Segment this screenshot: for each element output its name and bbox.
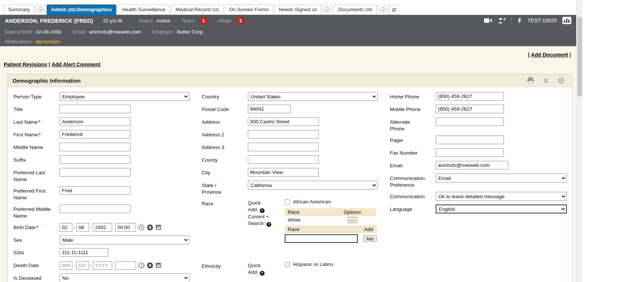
language-select[interactable]: English	[436, 205, 567, 213]
field-ethnicity: Ethnicity Quick Add: ? Hispanic or Latin…	[202, 262, 390, 276]
death-month-input[interactable]	[60, 261, 72, 270]
tab-health-surveillance[interactable]: Health Surveillance	[117, 4, 170, 15]
birth-year-input[interactable]	[93, 223, 112, 232]
email-input[interactable]	[436, 161, 508, 169]
current-search-label: Current + Search:	[248, 214, 269, 226]
help-icon[interactable]: ?	[260, 271, 265, 276]
preferred-first-name-input[interactable]	[60, 186, 130, 195]
tab-summary[interactable]: Summary	[4, 4, 34, 15]
country-label: Country	[202, 92, 237, 101]
sex-label: Sex	[13, 235, 60, 244]
state-province-select[interactable]: California	[248, 181, 378, 190]
person-type-select[interactable]: Employee	[60, 92, 189, 101]
tab-admin-demographics[interactable]: Admin (20):Demographics	[47, 4, 117, 15]
video-camera-icon[interactable]	[484, 18, 492, 23]
help-icon[interactable]: ?	[266, 222, 271, 227]
field-alternate-phone: Alternate Phone	[390, 117, 576, 132]
medications-value[interactable]: alprazolam	[35, 39, 60, 44]
field-birth-date: Birth Date* - -	[13, 223, 202, 232]
vertical-scrollbar[interactable]	[576, 0, 583, 282]
remove-race-button[interactable]: —	[348, 217, 357, 223]
city-input[interactable]	[248, 168, 319, 177]
tab-needs-signed[interactable]: Needs Signed (4)	[274, 4, 321, 15]
mobile-phone-input[interactable]	[436, 105, 504, 113]
calendar-icon[interactable]	[155, 262, 161, 268]
death-year-input[interactable]	[93, 261, 112, 270]
clear-date-icon[interactable]	[147, 262, 153, 269]
home-phone-input[interactable]	[436, 92, 504, 101]
required-asterisk: *	[38, 119, 40, 125]
esign-count-badge[interactable]: 3	[237, 17, 244, 24]
first-name-input[interactable]	[60, 130, 130, 139]
race-add-button[interactable]: Add	[363, 235, 377, 242]
fax-number-input[interactable]	[436, 148, 504, 157]
collapse-chevron-icon[interactable]	[543, 78, 549, 83]
print-icon[interactable]	[527, 77, 534, 84]
field-address-2: Address 2	[202, 130, 390, 139]
tab-medical-record[interactable]: Medical Record (16)	[171, 4, 224, 15]
clock-icon[interactable]	[138, 224, 145, 231]
home-phone-label: Home Phone	[390, 92, 426, 101]
middle-name-input[interactable]	[60, 143, 130, 151]
add-column-header: Add	[361, 225, 377, 233]
tasks-label: Tasks:	[181, 18, 195, 23]
add-document-link[interactable]: Add Document	[531, 52, 568, 58]
scrollbar-thumb[interactable]	[577, 17, 582, 97]
patient-revisions-link[interactable]: Patient Revisions	[4, 61, 47, 67]
title-input[interactable]	[60, 105, 130, 113]
birth-day-input[interactable]	[76, 223, 89, 232]
suffix-input[interactable]	[60, 155, 130, 164]
add-alert-comment-link[interactable]: Add Alert Comment	[51, 61, 100, 67]
pager-input[interactable]	[436, 136, 504, 144]
address-2-label: Address 2	[202, 130, 237, 139]
clock-icon[interactable]	[138, 262, 145, 269]
preferred-middle-name-input[interactable]	[60, 205, 130, 213]
tab-documents[interactable]: Documents (39)	[334, 4, 377, 15]
county-input[interactable]	[248, 155, 319, 164]
tab-summary-popout-button[interactable]: ↗	[35, 5, 45, 15]
is-deceased-select[interactable]: No	[60, 273, 189, 282]
tab-documents-popout-button[interactable]: ↗	[378, 5, 388, 15]
postal-code-input[interactable]	[248, 105, 291, 113]
ssn-label: SSN	[13, 248, 60, 257]
tasks-count-badge[interactable]: 1	[200, 17, 207, 24]
sex-select[interactable]: Male	[60, 235, 189, 244]
birth-month-input[interactable]	[60, 223, 72, 232]
tab-on-screen-forms[interactable]: On Screen Forms	[225, 4, 274, 15]
race-add-input[interactable]	[285, 234, 358, 243]
fax-number-label: Fax Number	[390, 148, 426, 157]
race-african-american-checkbox[interactable]	[285, 199, 290, 205]
communication-select[interactable]: Ok to leave detailed message	[436, 192, 567, 201]
tab-needs-signed-popout-button[interactable]: ↗	[322, 5, 332, 15]
add-person-icon[interactable]	[498, 18, 506, 23]
lightning-bolt-icon[interactable]	[517, 17, 522, 24]
alternate-phone-input[interactable]	[436, 117, 504, 126]
pipe-separator: |	[528, 52, 530, 58]
death-time-input[interactable]	[115, 261, 136, 270]
add-document-row: | Add Document |	[0, 46, 576, 58]
ethnicity-quick-option: Hispanic or Latino	[285, 262, 333, 267]
last-name-input[interactable]	[60, 117, 130, 126]
help-icon[interactable]: ?	[260, 208, 265, 213]
calendar-icon[interactable]	[155, 224, 161, 230]
clear-date-icon[interactable]	[147, 224, 153, 231]
form-column-left: Person Type Employee Title Last Name* Fi…	[13, 92, 202, 282]
ethnicity-hispanic-checkbox[interactable]	[285, 262, 290, 267]
country-select[interactable]: United States	[248, 92, 378, 101]
field-preferred-last-name: Preferred Last Name	[13, 168, 202, 183]
death-day-input[interactable]	[76, 261, 89, 270]
preferred-last-name-input[interactable]	[60, 168, 130, 177]
disable-circle-icon[interactable]	[558, 77, 564, 84]
title-label: Title	[13, 105, 60, 114]
bar-chart-icon[interactable]	[562, 17, 571, 24]
address-3-input[interactable]	[248, 143, 319, 151]
birth-time-input[interactable]	[115, 223, 136, 232]
address-input[interactable]	[248, 117, 319, 126]
state-province-label: State / Province	[202, 181, 237, 195]
last-name-label: Last Name*	[13, 117, 60, 126]
tab-settings-button[interactable]: ⚙	[389, 5, 399, 15]
address-2-input[interactable]	[248, 130, 319, 139]
dob-label: Date of birth:	[5, 29, 34, 35]
ssn-input[interactable]	[60, 248, 108, 257]
communication-preference-select[interactable]: Email	[436, 174, 567, 183]
